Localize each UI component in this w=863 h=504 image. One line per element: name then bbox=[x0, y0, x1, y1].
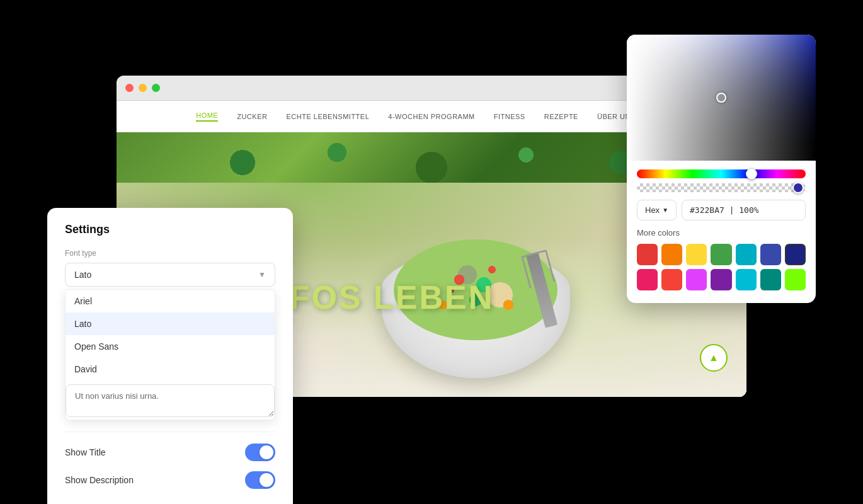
close-dot[interactable] bbox=[125, 84, 134, 92]
show-description-label: Show Description bbox=[65, 475, 134, 485]
swatch-bright-red[interactable] bbox=[661, 269, 682, 290]
font-option-david[interactable]: David bbox=[66, 358, 275, 381]
show-title-toggle[interactable] bbox=[245, 444, 275, 461]
font-type-dropdown[interactable]: Lato ▼ bbox=[65, 263, 275, 287]
swatch-green[interactable] bbox=[711, 244, 731, 265]
nav-fitness[interactable]: FITNESS bbox=[494, 113, 525, 120]
color-picker-panel: Hex ▼ #322BA7 | 100% More colors bbox=[627, 35, 816, 303]
text-input-field[interactable]: Ut non varius nisi urna. bbox=[66, 384, 275, 417]
hex-dropdown-icon: ▼ bbox=[662, 207, 668, 214]
color-gradient-area[interactable] bbox=[627, 35, 816, 161]
settings-panel: Settings Font type Lato ▼ Ariel Lato Ope… bbox=[47, 208, 293, 504]
scroll-up-button[interactable]: ▲ bbox=[700, 344, 728, 372]
font-options-list: Ariel Lato Open Sans David Ut non varius… bbox=[65, 289, 275, 420]
swatch-dark-purple[interactable] bbox=[711, 269, 731, 290]
nav-rezepte[interactable]: REZEPTE bbox=[544, 113, 578, 120]
chevron-up-icon: ▲ bbox=[709, 352, 719, 364]
show-title-row: Show Title bbox=[65, 444, 275, 461]
swatch-pink[interactable] bbox=[637, 269, 658, 290]
hex-type-button[interactable]: Hex ▼ bbox=[637, 200, 677, 220]
swatch-red[interactable] bbox=[637, 244, 658, 265]
maximize-dot[interactable] bbox=[152, 84, 160, 92]
dropdown-chevron-icon: ▼ bbox=[258, 270, 266, 279]
nav-programm[interactable]: 4-WOCHEN PROGRAMM bbox=[388, 113, 474, 120]
swatch-yellow[interactable] bbox=[686, 244, 707, 265]
minimize-dot[interactable] bbox=[139, 84, 147, 92]
color-controls: Hex ▼ #322BA7 | 100% More colors bbox=[627, 161, 816, 303]
font-option-lato[interactable]: Lato bbox=[66, 312, 275, 335]
show-description-row: Show Description bbox=[65, 471, 275, 489]
show-description-toggle[interactable] bbox=[245, 471, 275, 489]
swatch-dark-blue[interactable] bbox=[785, 244, 806, 265]
hex-input-row: Hex ▼ #322BA7 | 100% bbox=[637, 200, 806, 220]
settings-title: Settings bbox=[65, 223, 275, 236]
swatches-row-1 bbox=[637, 244, 806, 265]
hue-slider[interactable] bbox=[637, 169, 806, 178]
hex-value-field[interactable]: #322BA7 | 100% bbox=[682, 200, 806, 220]
more-colors-label: More colors bbox=[637, 228, 806, 238]
nav-home[interactable]: HOME bbox=[196, 112, 218, 122]
nav-lebensmittel[interactable]: ECHTE LEBENSMITTEL bbox=[286, 113, 369, 120]
hex-value-text: #322BA7 | 100% bbox=[690, 205, 759, 215]
alpha-slider-thumb[interactable] bbox=[792, 182, 804, 193]
alpha-slider[interactable] bbox=[637, 183, 806, 192]
swatch-lime[interactable] bbox=[785, 269, 806, 290]
swatch-purple[interactable] bbox=[686, 269, 707, 290]
toggle-knob bbox=[260, 445, 273, 459]
font-type-label: Font type bbox=[65, 249, 275, 258]
nav-zucker[interactable]: ZUCKER bbox=[237, 113, 267, 120]
hue-slider-thumb[interactable] bbox=[746, 168, 757, 180]
show-title-label: Show Title bbox=[65, 447, 106, 457]
swatch-indigo[interactable] bbox=[760, 244, 781, 265]
color-swatches bbox=[637, 244, 806, 297]
swatch-cyan[interactable] bbox=[736, 269, 757, 290]
swatch-teal[interactable] bbox=[736, 244, 757, 265]
swatches-row-2 bbox=[637, 269, 806, 290]
font-option-opensans[interactable]: Open Sans bbox=[66, 335, 275, 358]
font-option-ariel[interactable]: Ariel bbox=[66, 290, 275, 312]
swatch-emerald[interactable] bbox=[760, 269, 781, 290]
color-picker-cursor[interactable] bbox=[716, 93, 726, 103]
font-selected-value: Lato bbox=[74, 270, 91, 280]
swatch-orange[interactable] bbox=[661, 244, 682, 265]
toggle-knob-2 bbox=[260, 473, 273, 487]
settings-divider bbox=[65, 432, 275, 432]
hex-type-label: Hex bbox=[645, 205, 660, 215]
